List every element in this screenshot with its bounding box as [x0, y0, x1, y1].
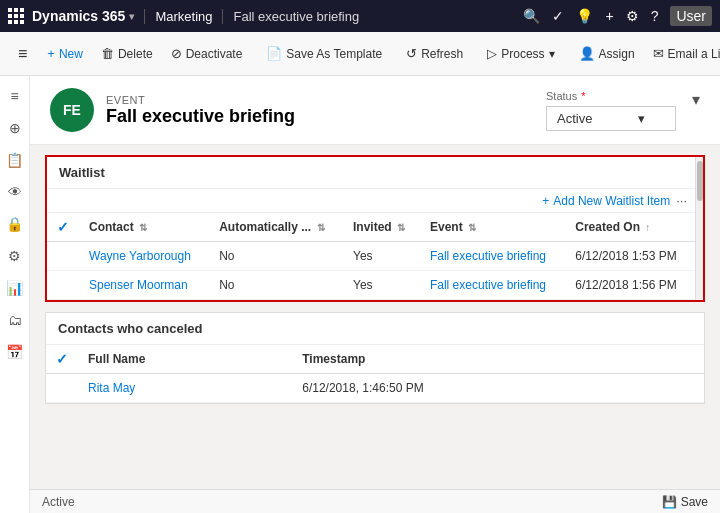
event-link[interactable]: Fall executive briefing — [430, 278, 546, 292]
table-row: Rita May 6/12/2018, 1:46:50 PM — [46, 374, 704, 403]
waitlist-col-contact[interactable]: Contact ⇅ — [79, 213, 209, 242]
settings-icon[interactable]: ⚙ — [626, 8, 639, 24]
status-required: * — [581, 90, 585, 102]
brand-name: Dynamics 365 — [32, 8, 125, 24]
sort-createdon-icon: ↑ — [645, 222, 650, 233]
sort-event-icon: ⇅ — [468, 222, 476, 233]
sidebar-icon-home[interactable]: ⊕ — [3, 116, 27, 140]
row-invited: Yes — [343, 242, 420, 271]
row-fullname: Rita May — [78, 374, 292, 403]
canceled-check-header: ✓ — [46, 345, 78, 374]
record-header-left: FE EVENT Fall executive briefing — [50, 88, 295, 132]
assign-button[interactable]: 👤 Assign — [571, 40, 643, 67]
save-icon: 💾 — [662, 495, 677, 509]
row-createdon: 6/12/2018 1:56 PM — [565, 271, 695, 300]
waitlist-col-event[interactable]: Event ⇅ — [420, 213, 565, 242]
brand-chevron[interactable]: ▾ — [129, 11, 134, 22]
canceled-check-all-icon[interactable]: ✓ — [56, 351, 68, 367]
canceled-contacts-header: Contacts who canceled — [46, 313, 704, 345]
waitlist-content: Waitlist + Add New Waitlist Item ··· — [47, 157, 695, 300]
sidebar-icon-calendar[interactable]: 📅 — [3, 340, 27, 364]
save-button[interactable]: 💾 Save — [662, 495, 708, 509]
sidebar-icon-lock[interactable]: 🔒 — [3, 212, 27, 236]
contact-link[interactable]: Wayne Yarborough — [89, 249, 191, 263]
top-nav: Dynamics 365 ▾ Marketing Fall executive … — [0, 0, 720, 32]
row-check[interactable] — [46, 374, 78, 403]
template-icon: 📄 — [266, 46, 282, 61]
sidebar-icon-chart[interactable]: 📊 — [3, 276, 27, 300]
row-contact: Wayne Yarborough — [79, 242, 209, 271]
help-icon[interactable]: ? — [651, 8, 659, 24]
delete-button[interactable]: 🗑 Delete — [93, 40, 161, 67]
waitlist-more-options[interactable]: ··· — [676, 193, 687, 208]
row-check[interactable] — [47, 242, 79, 271]
nav-icons: 🔍 ✓ 💡 + ⚙ ? User — [523, 6, 712, 26]
save-as-template-button[interactable]: 📄 Save As Template — [258, 40, 390, 67]
module-name[interactable]: Marketing — [144, 9, 212, 24]
status-bar: Active 💾 Save — [30, 489, 720, 513]
record-name: Fall executive briefing — [106, 106, 295, 127]
left-sidebar: ≡ ⊕ 📋 👁 🔒 ⚙ 📊 🗂 📅 — [0, 76, 30, 513]
check-circle-icon[interactable]: ✓ — [552, 8, 564, 24]
plus-icon: + — [47, 46, 55, 61]
apps-icon[interactable] — [8, 8, 24, 24]
sort-contact-icon: ⇅ — [139, 222, 147, 233]
canceled-table-body: Rita May 6/12/2018, 1:46:50 PM — [46, 374, 704, 403]
plus-icon[interactable]: + — [605, 8, 613, 24]
process-button[interactable]: ▷ Process ▾ — [479, 40, 562, 67]
waitlist-with-scroll: Waitlist + Add New Waitlist Item ··· — [47, 157, 703, 300]
row-spacer — [684, 374, 704, 403]
waitlist-col-invited[interactable]: Invited ⇅ — [343, 213, 420, 242]
waitlist-header: Waitlist — [47, 157, 695, 189]
email-icon: ✉ — [653, 46, 664, 61]
process-chevron: ▾ — [549, 47, 555, 61]
canceled-contacts-section: Contacts who canceled ✓ Full Name Timest… — [45, 312, 705, 404]
content-area: ≡ ⊕ 📋 👁 🔒 ⚙ 📊 🗂 📅 FE EVENT Fall executiv… — [0, 76, 720, 513]
main-content: FE EVENT Fall executive briefing Status … — [30, 76, 720, 513]
new-button[interactable]: + New — [39, 40, 91, 67]
record-avatar: FE — [50, 88, 94, 132]
sidebar-icon-eye[interactable]: 👁 — [3, 180, 27, 204]
canceled-col-fullname[interactable]: Full Name — [78, 345, 292, 374]
status-dropdown[interactable]: Active ▾ — [546, 106, 676, 131]
email-link-button[interactable]: ✉ Email a Link — [645, 40, 720, 67]
row-check[interactable] — [47, 271, 79, 300]
sidebar-icon-list[interactable]: 📋 — [3, 148, 27, 172]
trash-icon: 🗑 — [101, 46, 114, 61]
refresh-button[interactable]: ↺ Refresh — [398, 40, 471, 67]
row-timestamp: 6/12/2018, 1:46:50 PM — [292, 374, 684, 403]
row-contact: Spenser Moorman — [79, 271, 209, 300]
search-icon[interactable]: 🔍 — [523, 8, 540, 24]
lightbulb-icon[interactable]: 💡 — [576, 8, 593, 24]
row-createdon: 6/12/2018 1:53 PM — [565, 242, 695, 271]
waitlist-scrollbar[interactable] — [695, 157, 703, 300]
row-invited: Yes — [343, 271, 420, 300]
status-label: Status * — [546, 90, 585, 102]
user-avatar[interactable]: User — [670, 6, 712, 26]
refresh-icon: ↺ — [406, 46, 417, 61]
sidebar-icon-menu[interactable]: ≡ — [3, 84, 27, 108]
canceled-col-spacer — [684, 345, 704, 374]
fullname-link[interactable]: Rita May — [88, 381, 135, 395]
nav-record-title: Fall executive briefing — [222, 9, 515, 24]
contact-link[interactable]: Spenser Moorman — [89, 278, 188, 292]
sidebar-icon-settings[interactable]: ⚙ — [3, 244, 27, 268]
event-link[interactable]: Fall executive briefing — [430, 249, 546, 263]
record-type: EVENT — [106, 94, 295, 106]
deactivate-icon: ⊘ — [171, 46, 182, 61]
waitlist-col-createdon[interactable]: Created On ↑ — [565, 213, 695, 242]
deactivate-button[interactable]: ⊘ Deactivate — [163, 40, 251, 67]
canceled-col-timestamp[interactable]: Timestamp — [292, 345, 684, 374]
waitlist-table-header-row: ✓ Contact ⇅ Automatically ... ⇅ — [47, 213, 695, 242]
plus-icon: + — [542, 194, 549, 208]
collapse-button[interactable]: ▾ — [692, 90, 700, 109]
check-all-icon[interactable]: ✓ — [57, 219, 69, 235]
menu-button[interactable]: ≡ — [8, 39, 37, 69]
sidebar-icon-folder[interactable]: 🗂 — [3, 308, 27, 332]
add-waitlist-item-button[interactable]: + Add New Waitlist Item — [542, 194, 670, 208]
row-automatically: No — [209, 242, 343, 271]
status-value: Active — [557, 111, 592, 126]
row-event: Fall executive briefing — [420, 242, 565, 271]
waitlist-col-automatically[interactable]: Automatically ... ⇅ — [209, 213, 343, 242]
waitlist-toolbar: + Add New Waitlist Item ··· — [47, 189, 695, 213]
